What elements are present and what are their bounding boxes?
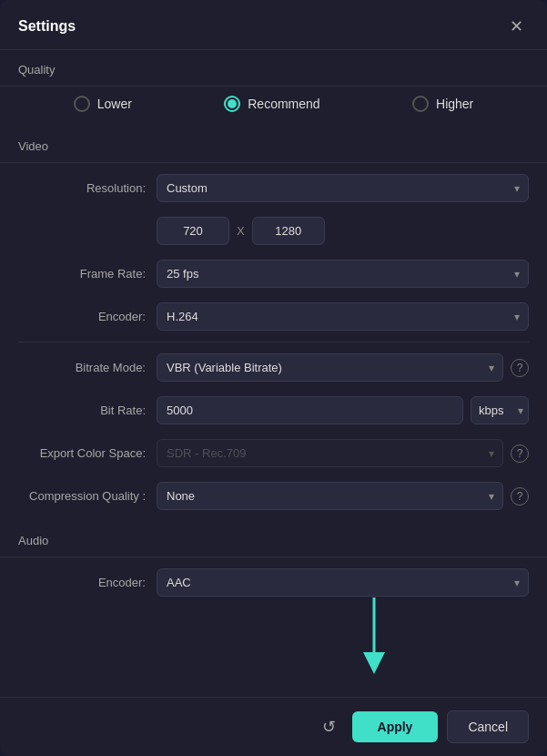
audio-encoder-row: Encoder: AAC MP3 WAV bbox=[18, 561, 529, 604]
audio-encoder-select-wrapper: AAC MP3 WAV bbox=[157, 568, 529, 597]
quality-lower-label: Lower bbox=[97, 97, 132, 111]
framerate-select[interactable]: 25 fps 30 fps 60 fps bbox=[157, 260, 529, 288]
framerate-control: 25 fps 30 fps 60 fps bbox=[157, 260, 529, 288]
quality-option-recommend[interactable]: Recommend bbox=[224, 96, 319, 112]
bitrate-input[interactable] bbox=[157, 396, 463, 424]
x-separator: X bbox=[237, 224, 245, 238]
bitrate-inputs: kbps Mbps bbox=[157, 396, 529, 424]
audio-encoder-label: Encoder: bbox=[18, 576, 146, 589]
bitrate-row: Bit Rate: kbps Mbps bbox=[18, 389, 529, 432]
quality-section-label: Quality bbox=[0, 50, 547, 86]
kbps-select[interactable]: kbps Mbps bbox=[471, 396, 529, 424]
dialog-footer: ↺ Apply Cancel bbox=[0, 697, 547, 756]
radio-recommend[interactable] bbox=[224, 96, 240, 112]
bitrate-mode-control: VBR (Variable Bitrate) CBR (Constant Bit… bbox=[157, 353, 529, 382]
resolution-inputs-control: X bbox=[157, 217, 529, 245]
bitrate-mode-label: Bitrate Mode: bbox=[18, 361, 146, 374]
bitrate-mode-select[interactable]: VBR (Variable Bitrate) CBR (Constant Bit… bbox=[157, 353, 503, 382]
color-space-help-icon[interactable]: ? bbox=[511, 444, 529, 463]
resolution-inputs: X bbox=[157, 217, 529, 245]
quality-options: Lower Recommend Higher bbox=[0, 87, 547, 127]
radio-recommend-inner bbox=[228, 99, 237, 108]
compression-quality-label: Compression Quality : bbox=[18, 489, 146, 503]
color-space-label: Export Color Space: bbox=[18, 446, 146, 460]
resolution-height-input[interactable] bbox=[252, 217, 325, 245]
resolution-control: Custom 1920x1080 1280x720 854x480 bbox=[157, 174, 529, 202]
settings-dialog: Settings ✕ Quality Lower Recommend Highe… bbox=[0, 0, 547, 756]
resolution-row: Resolution: Custom 1920x1080 1280x720 85… bbox=[18, 167, 529, 209]
compression-quality-select[interactable]: None Low Medium High bbox=[157, 482, 503, 510]
quality-higher-label: Higher bbox=[436, 97, 473, 111]
resolution-width-input[interactable] bbox=[157, 217, 229, 245]
teal-arrow-annotation bbox=[347, 598, 401, 683]
color-space-select-wrapper: SDR - Rec.709 HDR bbox=[157, 439, 503, 467]
kbps-wrapper: kbps Mbps bbox=[471, 396, 529, 424]
radio-higher[interactable] bbox=[412, 96, 429, 112]
apply-button[interactable]: Apply bbox=[352, 711, 439, 742]
cancel-button[interactable]: Cancel bbox=[447, 710, 529, 743]
video-encoder-select[interactable]: H.264 H.265 VP9 bbox=[157, 302, 529, 331]
quality-option-higher[interactable]: Higher bbox=[412, 96, 473, 112]
framerate-select-wrapper: 25 fps 30 fps 60 fps bbox=[157, 260, 529, 288]
color-space-control: SDR - Rec.709 HDR ? bbox=[157, 439, 529, 467]
resolution-select[interactable]: Custom 1920x1080 1280x720 854x480 bbox=[157, 174, 529, 202]
video-encoder-control: H.264 H.265 VP9 bbox=[157, 302, 529, 331]
resolution-label: Resolution: bbox=[18, 181, 146, 195]
compression-quality-help-icon[interactable]: ? bbox=[511, 487, 529, 506]
video-inner-divider bbox=[18, 342, 529, 342]
compression-quality-row: Compression Quality : None Low Medium Hi… bbox=[18, 475, 529, 517]
audio-encoder-select[interactable]: AAC MP3 WAV bbox=[157, 568, 529, 597]
bitrate-mode-select-wrapper: VBR (Variable Bitrate) CBR (Constant Bit… bbox=[157, 353, 503, 382]
dialog-title: Settings bbox=[18, 18, 76, 35]
bitrate-control: kbps Mbps bbox=[157, 396, 529, 424]
bitrate-mode-help-icon[interactable]: ? bbox=[511, 359, 529, 377]
bitrate-label: Bit Rate: bbox=[18, 404, 146, 417]
dialog-header: Settings ✕ bbox=[0, 0, 547, 50]
color-space-select[interactable]: SDR - Rec.709 HDR bbox=[157, 439, 503, 467]
audio-form: Encoder: AAC MP3 WAV bbox=[0, 557, 547, 608]
resolution-inputs-row: X bbox=[18, 209, 529, 252]
resolution-select-wrapper: Custom 1920x1080 1280x720 854x480 bbox=[157, 174, 529, 202]
quality-option-lower[interactable]: Lower bbox=[74, 96, 132, 112]
quality-recommend-label: Recommend bbox=[248, 97, 319, 111]
video-form: Resolution: Custom 1920x1080 1280x720 85… bbox=[0, 163, 547, 521]
framerate-label: Frame Rate: bbox=[18, 267, 146, 281]
video-encoder-label: Encoder: bbox=[18, 310, 146, 323]
video-encoder-row: Encoder: H.264 H.265 VP9 bbox=[18, 295, 529, 338]
reset-button[interactable]: ↺ bbox=[315, 713, 343, 741]
radio-lower[interactable] bbox=[74, 96, 90, 112]
framerate-row: Frame Rate: 25 fps 30 fps 60 fps bbox=[18, 252, 529, 295]
audio-section-label: Audio bbox=[0, 521, 547, 557]
compression-quality-control: None Low Medium High ? bbox=[157, 482, 529, 510]
audio-encoder-control: AAC MP3 WAV bbox=[157, 568, 529, 597]
video-section-label: Video bbox=[0, 127, 547, 162]
color-space-row: Export Color Space: SDR - Rec.709 HDR ? bbox=[18, 432, 529, 475]
compression-quality-select-wrapper: None Low Medium High bbox=[157, 482, 503, 510]
close-button[interactable]: ✕ bbox=[504, 15, 529, 38]
bitrate-mode-row: Bitrate Mode: VBR (Variable Bitrate) CBR… bbox=[18, 346, 529, 389]
video-encoder-select-wrapper: H.264 H.265 VP9 bbox=[157, 302, 529, 331]
